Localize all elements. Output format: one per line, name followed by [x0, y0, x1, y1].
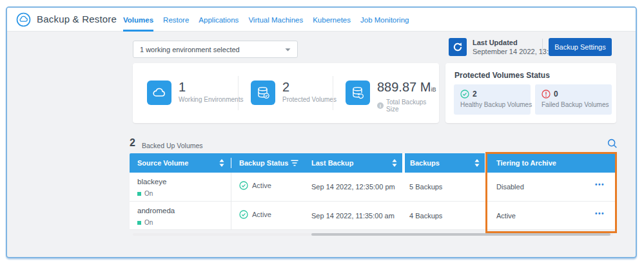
tiering-to-archive-cell: Disabled — [496, 183, 524, 191]
failed-volumes-count: 0 — [554, 90, 558, 99]
backup-settings-button[interactable]: Backup Settings — [549, 38, 612, 56]
tab-applications[interactable]: Applications — [199, 8, 239, 32]
backup-status-cell: Active — [239, 181, 271, 190]
row-actions-menu-icon[interactable]: ••• — [595, 210, 605, 217]
database-restore-icon — [346, 81, 370, 105]
tab-restore[interactable]: Restore — [163, 8, 189, 32]
protected-volumes-stat: 2 Protected Volumes — [251, 81, 337, 105]
on-indicator-icon — [137, 221, 141, 225]
column-header-backup-status[interactable]: Backup Status — [231, 153, 304, 173]
table-header-row: Source Volume Backup Status Last Backup — [130, 153, 616, 173]
size-unit: iB — [431, 86, 436, 93]
volume-name: andromeda — [137, 207, 175, 214]
column-header-last-backup[interactable]: Last Backup — [304, 153, 402, 173]
horizontal-scrollbar-thumb[interactable] — [311, 233, 610, 236]
protected-volumes-status-card: Protected Volumes Status 2 Healthy Backu… — [445, 63, 616, 123]
tiering-to-archive-cell: Active — [496, 212, 516, 220]
check-circle-icon — [239, 181, 248, 190]
working-environment-selector[interactable]: 1 working environment selected — [133, 41, 298, 58]
backups-count-cell: 4 Backups — [409, 212, 442, 220]
backed-up-volumes-label: Backed Up Volumes — [142, 142, 203, 149]
info-icon: i — [377, 102, 384, 109]
healthy-backup-volumes-box: 2 Healthy Backup Volumes — [454, 84, 531, 115]
tab-virtual-machines[interactable]: Virtual Machines — [248, 8, 303, 32]
protected-volumes-count: 2 — [282, 81, 337, 93]
volume-state: On — [137, 219, 153, 226]
backed-up-volumes-table: Source Volume Backup Status Last Backup — [130, 153, 616, 230]
backup-restore-logo-icon — [16, 12, 31, 27]
working-environments-count: 1 — [179, 81, 243, 93]
tab-kubernetes[interactable]: Kubernetes — [313, 8, 351, 32]
column-header-tiering-to-archive[interactable]: Tiering to Archive — [487, 153, 616, 173]
toolbar-divider — [542, 39, 543, 55]
cloud-icon — [147, 81, 171, 105]
database-check-icon — [251, 81, 275, 105]
last-backup-cell: Sep 14 2022, 12:35:00 pm — [311, 183, 395, 191]
row-actions-menu-icon[interactable]: ••• — [595, 181, 605, 188]
volume-state: On — [137, 190, 153, 197]
sort-icon[interactable] — [219, 159, 224, 167]
search-icon[interactable] — [605, 137, 620, 151]
working-environment-selector-value: 1 working environment selected — [140, 46, 240, 53]
column-header-backups[interactable]: Backups — [405, 153, 485, 173]
volume-name: blackeye — [137, 178, 166, 185]
filter-icon[interactable] — [291, 160, 298, 166]
backed-up-volumes-count: 2 — [130, 137, 135, 149]
working-environments-stat: 1 Working Environments — [147, 81, 243, 105]
total-backups-size-value: 889.87 MiB — [377, 81, 439, 96]
protected-volumes-status-title: Protected Volumes Status — [454, 71, 550, 80]
tab-volumes[interactable]: Volumes — [123, 8, 153, 32]
page-title: Backup & Restore — [37, 14, 117, 24]
chevron-down-icon — [285, 48, 291, 52]
refresh-icon — [453, 42, 463, 52]
stat-divider — [333, 76, 333, 110]
healthy-volumes-label: Healthy Backup Volumes — [460, 101, 531, 108]
check-circle-icon — [239, 210, 248, 219]
total-backups-size-label: i Total Backups Size — [377, 99, 439, 113]
tab-bar: Volumes Restore Applications Virtual Mac… — [123, 8, 409, 32]
healthy-volumes-count: 2 — [473, 90, 477, 99]
column-divider — [231, 173, 231, 230]
tab-job-monitoring[interactable]: Job Monitoring — [360, 8, 409, 32]
working-environments-label: Working Environments — [179, 96, 243, 103]
backups-count-cell: 5 Backups — [409, 183, 442, 191]
table-row[interactable]: andromeda On Active Sep 14 2022, 11:35:0… — [130, 202, 616, 230]
total-backups-size-stat: 889.87 MiB i Total Backups Size — [346, 81, 439, 113]
stat-divider — [238, 76, 239, 110]
on-indicator-icon — [137, 192, 141, 196]
protected-volumes-label: Protected Volumes — [282, 96, 337, 103]
refresh-button[interactable] — [449, 38, 467, 56]
summary-card: 1 Working Environments — [133, 63, 439, 123]
backup-status-cell: Active — [239, 210, 271, 219]
alert-circle-icon — [542, 90, 551, 99]
top-navigation-bar: Backup & Restore Volumes Restore Applica… — [7, 8, 636, 32]
sort-icon[interactable] — [474, 159, 480, 167]
failed-volumes-label: Failed Backup Volumes — [542, 101, 612, 108]
screenshot-canvas: Backup & Restore Volumes Restore Applica… — [0, 0, 644, 266]
app-window: Backup & Restore Volumes Restore Applica… — [6, 6, 637, 258]
table-row[interactable]: blackeye On Active Sep 14 2022, 12:35:00… — [130, 173, 616, 202]
horizontal-scrollbar-track[interactable] — [133, 233, 613, 236]
failed-backup-volumes-box: 0 Failed Backup Volumes — [535, 84, 612, 115]
sort-icon[interactable] — [392, 159, 397, 167]
check-circle-icon — [460, 90, 469, 99]
column-header-source-volume[interactable]: Source Volume — [130, 153, 231, 173]
last-backup-cell: Sep 14 2022, 11:35:00 am — [311, 212, 395, 220]
